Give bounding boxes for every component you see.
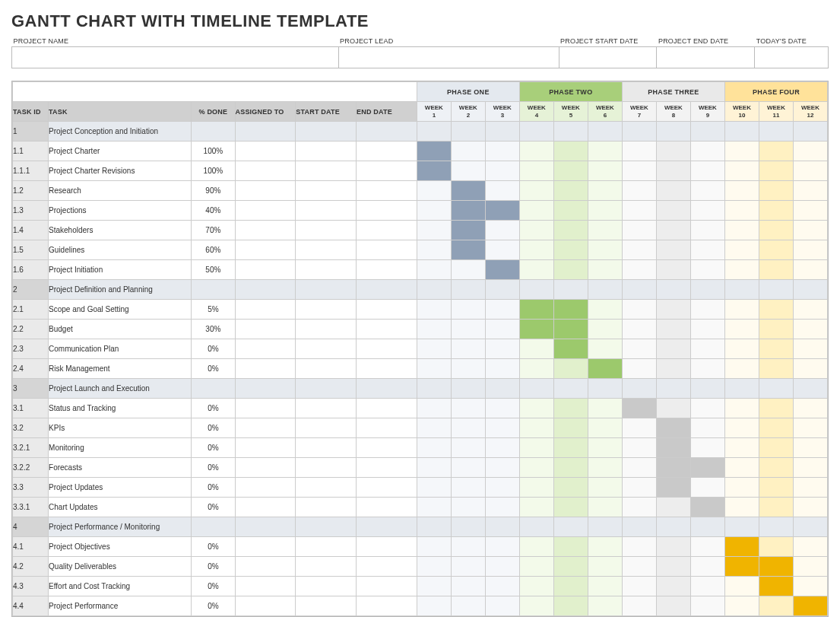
gantt-cell-week-6[interactable] <box>588 537 622 557</box>
gantt-cell-week-3[interactable] <box>485 240 519 260</box>
assigned-to-cell[interactable] <box>235 537 296 557</box>
gantt-cell-week-9[interactable] <box>690 596 724 616</box>
gantt-cell-week-6[interactable] <box>588 221 622 240</box>
gantt-cell-week-1[interactable] <box>417 359 451 379</box>
gantt-cell-week-1[interactable] <box>417 181 451 201</box>
gantt-cell-week-5[interactable] <box>553 537 588 557</box>
gantt-cell-week-9[interactable] <box>690 339 724 359</box>
start-date-cell[interactable] <box>296 260 357 280</box>
gantt-cell-week-6[interactable] <box>588 418 622 438</box>
gantt-cell-week-12[interactable] <box>793 300 827 320</box>
gantt-cell-week-2[interactable] <box>451 438 485 458</box>
gantt-cell-week-2[interactable] <box>451 300 485 320</box>
gantt-cell-week-10[interactable] <box>724 201 759 221</box>
gantt-cell-week-2[interactable] <box>451 359 485 379</box>
pct-done-cell[interactable]: 40% <box>192 201 235 221</box>
gantt-cell-week-7[interactable] <box>622 240 656 260</box>
gantt-cell-week-9[interactable] <box>690 517 724 537</box>
gantt-cell-week-2[interactable] <box>451 557 485 577</box>
pct-done-cell[interactable]: 0% <box>192 596 235 616</box>
gantt-cell-week-11[interactable] <box>759 142 793 161</box>
gantt-cell-week-8[interactable] <box>656 359 690 379</box>
gantt-cell-week-1[interactable] <box>417 221 451 240</box>
gantt-cell-week-9[interactable] <box>690 478 724 498</box>
start-date-cell[interactable] <box>296 557 357 577</box>
gantt-cell-week-11[interactable] <box>759 339 793 359</box>
pct-done-cell[interactable]: 5% <box>192 300 235 320</box>
gantt-cell-week-9[interactable] <box>690 438 724 458</box>
gantt-cell-week-7[interactable] <box>622 300 656 320</box>
gantt-cell-week-7[interactable] <box>622 537 656 557</box>
gantt-cell-week-8[interactable] <box>656 537 690 557</box>
gantt-cell-week-9[interactable] <box>690 181 724 201</box>
gantt-cell-week-11[interactable] <box>759 240 793 260</box>
gantt-cell-week-3[interactable] <box>485 557 519 577</box>
end-date-cell[interactable] <box>357 201 417 221</box>
gantt-cell-week-2[interactable] <box>451 478 485 498</box>
gantt-cell-week-12[interactable] <box>793 399 827 418</box>
start-date-cell[interactable] <box>296 300 357 320</box>
end-date-cell[interactable] <box>357 399 417 418</box>
gantt-cell-week-7[interactable] <box>622 498 656 517</box>
gantt-cell-week-10[interactable] <box>724 379 759 399</box>
gantt-cell-week-12[interactable] <box>793 280 827 300</box>
gantt-cell-week-10[interactable] <box>724 142 759 161</box>
start-date-cell[interactable] <box>296 418 357 438</box>
assigned-to-cell[interactable] <box>235 359 296 379</box>
gantt-cell-week-2[interactable] <box>451 122 485 142</box>
gantt-cell-week-10[interactable] <box>724 161 759 181</box>
gantt-cell-week-5[interactable] <box>553 399 588 418</box>
gantt-cell-week-11[interactable] <box>759 517 793 537</box>
gantt-cell-week-7[interactable] <box>622 280 656 300</box>
gantt-cell-week-3[interactable] <box>485 221 519 240</box>
gantt-cell-week-4[interactable] <box>519 418 553 438</box>
gantt-cell-week-3[interactable] <box>485 339 519 359</box>
end-date-cell[interactable] <box>357 240 417 260</box>
gantt-cell-week-7[interactable] <box>622 458 656 478</box>
gantt-cell-week-5[interactable] <box>553 240 588 260</box>
start-date-cell[interactable] <box>296 458 357 478</box>
gantt-cell-week-1[interactable] <box>417 577 451 596</box>
gantt-cell-week-1[interactable] <box>417 399 451 418</box>
gantt-cell-week-7[interactable] <box>622 260 656 280</box>
gantt-cell-week-11[interactable] <box>759 181 793 201</box>
gantt-cell-week-5[interactable] <box>553 458 588 478</box>
gantt-cell-week-5[interactable] <box>553 557 588 577</box>
gantt-cell-week-12[interactable] <box>793 339 827 359</box>
pct-done-cell[interactable]: 0% <box>192 339 235 359</box>
assigned-to-cell[interactable] <box>235 260 296 280</box>
gantt-cell-week-10[interactable] <box>724 122 759 142</box>
gantt-cell-week-10[interactable] <box>724 339 759 359</box>
gantt-cell-week-9[interactable] <box>690 399 724 418</box>
gantt-cell-week-11[interactable] <box>759 418 793 438</box>
gantt-cell-week-7[interactable] <box>622 418 656 438</box>
gantt-cell-week-6[interactable] <box>588 201 622 221</box>
gantt-cell-week-9[interactable] <box>690 260 724 280</box>
gantt-cell-week-6[interactable] <box>588 379 622 399</box>
gantt-cell-week-5[interactable] <box>553 517 588 537</box>
pct-done-cell[interactable]: 0% <box>192 498 235 517</box>
gantt-cell-week-2[interactable] <box>451 379 485 399</box>
gantt-cell-week-7[interactable] <box>622 379 656 399</box>
gantt-cell-week-10[interactable] <box>724 557 759 577</box>
gantt-cell-week-3[interactable] <box>485 596 519 616</box>
gantt-cell-week-3[interactable] <box>485 280 519 300</box>
gantt-cell-week-8[interactable] <box>656 438 690 458</box>
gantt-cell-week-8[interactable] <box>656 260 690 280</box>
gantt-cell-week-2[interactable] <box>451 498 485 517</box>
gantt-cell-week-8[interactable] <box>656 161 690 181</box>
gantt-cell-week-8[interactable] <box>656 379 690 399</box>
gantt-cell-week-6[interactable] <box>588 438 622 458</box>
gantt-cell-week-9[interactable] <box>690 498 724 517</box>
gantt-cell-week-10[interactable] <box>724 181 759 201</box>
gantt-cell-week-7[interactable] <box>622 359 656 379</box>
meta-input-project-start[interactable] <box>559 47 657 68</box>
assigned-to-cell[interactable] <box>235 201 296 221</box>
pct-done-cell[interactable]: 0% <box>192 557 235 577</box>
gantt-cell-week-2[interactable] <box>451 517 485 537</box>
gantt-cell-week-11[interactable] <box>759 320 793 339</box>
gantt-cell-week-12[interactable] <box>793 161 827 181</box>
gantt-cell-week-10[interactable] <box>724 458 759 478</box>
gantt-cell-week-8[interactable] <box>656 240 690 260</box>
end-date-cell[interactable] <box>357 221 417 240</box>
